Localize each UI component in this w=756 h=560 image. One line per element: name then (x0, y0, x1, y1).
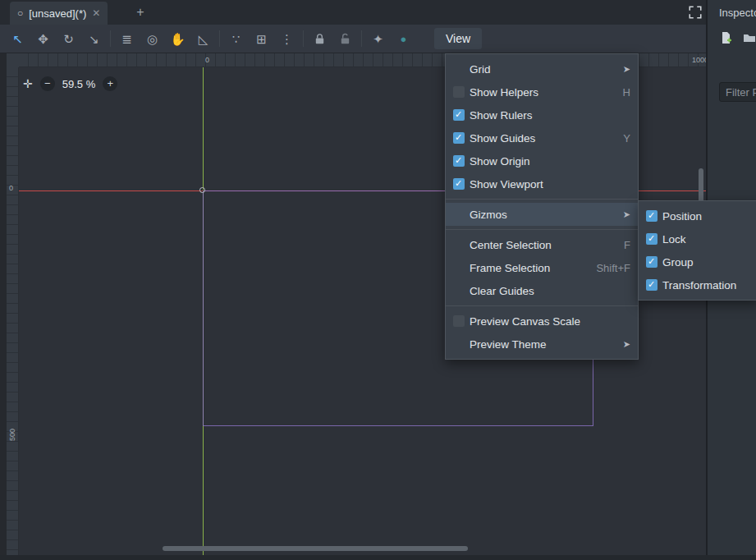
menu-item-show-helpers[interactable]: Show Helpers H (446, 80, 638, 103)
menu-item-label: Show Guides (470, 132, 535, 145)
menu-item-label: Position (662, 210, 702, 223)
submenu-item-lock[interactable]: Lock (639, 227, 756, 250)
menu-item-label: Clear Guides (470, 285, 534, 297)
expand-window-icon[interactable] (688, 5, 703, 20)
menu-item-label: Show Viewport (470, 178, 543, 190)
origin-marker (199, 187, 205, 193)
ruler-left[interactable]: 0 500 (7, 67, 19, 555)
menu-indent (453, 63, 465, 75)
checkbox-icon (453, 86, 465, 98)
checkbox-icon (646, 210, 657, 222)
list-select-tool-button[interactable]: ≣ (114, 33, 140, 45)
view-menu-button[interactable]: View (434, 28, 482, 49)
menu-separator (446, 199, 638, 200)
checkbox-icon (453, 315, 465, 327)
scene-tab-label: [unsaved](*) (29, 7, 86, 20)
pan-tool-button[interactable]: ✋ (165, 33, 190, 45)
menu-item-label: Show Helpers (470, 86, 538, 99)
menu-item-preview-theme[interactable]: Preview Theme ➤ (446, 333, 638, 356)
menu-item-frame-selection[interactable]: Frame Selection Shift+F (446, 256, 638, 279)
toolbar-separator (219, 30, 220, 47)
submenu-item-group[interactable]: Group (639, 250, 756, 273)
smart-snap-button[interactable]: ∵ (223, 33, 249, 45)
menu-separator (446, 305, 638, 306)
menu-item-show-viewport[interactable]: Show Viewport (446, 172, 638, 195)
scene-tab-unsaved[interactable]: ○ [unsaved](*) ✕ (10, 2, 108, 25)
center-view-icon[interactable]: ✛ (23, 77, 33, 90)
menu-item-grid[interactable]: Grid ➤ (446, 57, 638, 80)
pivot-tool-button[interactable]: ◎ (140, 33, 165, 45)
checkbox-icon (453, 109, 465, 121)
ruler-tool-button[interactable]: ◺ (190, 33, 216, 45)
menu-item-show-guides[interactable]: Show Guides Y (446, 126, 638, 149)
unlock-object-button[interactable] (332, 32, 358, 46)
view-menu-popup: Grid ➤ Show Helpers H Show Rulers Show G… (445, 53, 639, 360)
rotate-tool-button[interactable]: ↻ (56, 33, 81, 45)
zoom-in-button[interactable]: + (103, 76, 117, 91)
filter-properties-input[interactable] (719, 82, 756, 102)
zoom-controls: ✛ − 59.5 % + (23, 74, 117, 94)
menu-indent (453, 239, 465, 250)
menu-item-clear-guides[interactable]: Clear Guides (446, 279, 638, 302)
menu-item-label: Gizmos (470, 209, 507, 221)
scene-icon: ○ (17, 8, 23, 18)
inspector-title: Inspector (719, 7, 756, 19)
godot-editor-window: ○ [unsaved](*) ✕ + ↖ ✥ ↻ ↘ ≣ ◎ ✋ ◺ ∵ ⊞ ⋮… (0, 0, 756, 560)
move-tool-button[interactable]: ✥ (30, 33, 56, 45)
checkbox-icon (453, 155, 465, 167)
skeleton-options-button[interactable]: ● (391, 34, 416, 44)
checkbox-icon (646, 233, 657, 245)
zoom-percent[interactable]: 59.5 % (62, 78, 95, 90)
menu-item-label: Frame Selection (470, 262, 550, 274)
submenu-arrow-icon: ➤ (623, 64, 630, 75)
toolbar-separator (110, 30, 111, 47)
checkbox-icon (646, 256, 657, 268)
checkbox-icon (453, 178, 465, 190)
scene-tab-bar: ○ [unsaved](*) ✕ + (0, 0, 708, 25)
menu-item-show-rulers[interactable]: Show Rulers (446, 103, 638, 126)
menu-item-preview-canvas-scale[interactable]: Preview Canvas Scale (446, 310, 638, 333)
grid-snap-button[interactable]: ⊞ (249, 33, 274, 45)
submenu-item-position[interactable]: Position (639, 204, 756, 227)
menu-item-label: Center Selection (470, 239, 552, 251)
zoom-out-button[interactable]: − (40, 76, 55, 91)
shortcut-label: Shift+F (596, 262, 630, 274)
load-resource-icon[interactable] (743, 31, 756, 48)
checkbox-icon (453, 132, 465, 144)
menu-item-label: Show Rulers (470, 109, 533, 122)
ruler-label: 500 (9, 429, 16, 441)
bottom-strip (0, 555, 756, 560)
menu-separator (446, 229, 638, 230)
menu-item-label: Transformation (662, 279, 736, 291)
menu-indent (453, 209, 465, 220)
new-scene-tab-button[interactable]: + (131, 3, 149, 21)
snap-options-button[interactable]: ⋮ (274, 33, 300, 45)
horizontal-scrollbar[interactable] (163, 546, 468, 551)
toolbar-separator (303, 30, 304, 47)
lock-object-button[interactable] (307, 32, 332, 46)
checkbox-icon (646, 279, 657, 291)
shortcut-label: Y (623, 132, 630, 145)
toolbar-separator (361, 30, 362, 47)
ruler-label: 0 (9, 185, 13, 192)
new-resource-icon[interactable] (719, 31, 732, 48)
menu-indent (453, 262, 465, 273)
ruler-corner (7, 53, 19, 67)
menu-item-label: Preview Canvas Scale (470, 315, 580, 328)
menu-indent (453, 285, 465, 296)
close-tab-icon[interactable]: ✕ (92, 7, 100, 19)
canvas-toolbar: ↖ ✥ ↻ ↘ ≣ ◎ ✋ ◺ ∵ ⊞ ⋮ ✦ ● View (0, 25, 708, 53)
menu-item-label: Group (662, 256, 694, 269)
submenu-item-transformation[interactable]: Transformation (639, 273, 756, 296)
skeleton-bone-button[interactable]: ✦ (365, 33, 391, 45)
menu-item-show-origin[interactable]: Show Origin (446, 149, 638, 172)
scale-tool-button[interactable]: ↘ (81, 33, 107, 45)
ruler-label: 0 (205, 57, 209, 64)
inspector-toolbar (719, 31, 756, 48)
submenu-arrow-icon: ➤ (623, 209, 630, 220)
menu-indent (453, 338, 465, 350)
menu-item-label: Grid (470, 63, 491, 76)
select-tool-button[interactable]: ↖ (5, 33, 30, 45)
menu-item-gizmos[interactable]: Gizmos ➤ (446, 203, 638, 226)
menu-item-center-selection[interactable]: Center Selection F (446, 233, 638, 256)
